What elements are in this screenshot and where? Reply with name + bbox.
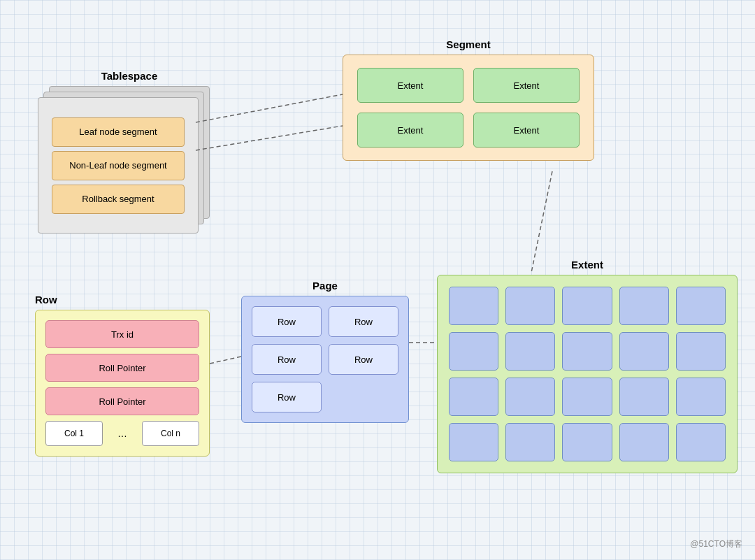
col-n: Col n [142,421,199,446]
page-cell-11 [449,378,498,416]
page-area: Page Row Row Row Row Row [241,280,409,423]
tablespace-title: Tablespace [35,70,224,82]
page-cell-3 [562,287,612,325]
page-cell-15 [676,378,726,416]
row-box: Trx id Roll Pointer Roll Pointer Col 1 …… [35,310,210,457]
page-cell-18 [562,423,612,461]
page-row-4: Row [252,382,322,412]
row-title: Row [35,294,210,306]
page-row-3: Row [329,344,398,375]
page-box: Row Row Row Row Row [241,296,409,423]
watermark: @51CTO博客 [690,538,742,550]
row-trx-id: Trx id [45,320,199,348]
page-cell-14 [619,378,669,416]
page-cell-9 [619,332,669,371]
leaf-node-segment: Leaf node segment [52,117,185,147]
page-cell-12 [505,378,555,416]
segment-title: Segment [343,38,594,50]
page-cell-20 [676,423,726,461]
stack-front: Leaf node segment Non-Leaf node segment … [38,97,199,234]
page-cell-8 [562,332,612,371]
row-roll-pointer-2: Roll Pointer [45,387,199,415]
page-title: Page [241,280,409,292]
page-row-2: Row [252,344,322,375]
page-cell-4 [619,287,669,325]
page-row-0: Row [252,306,322,337]
tablespace-stack: Leaf node segment Non-Leaf node segment … [35,86,203,240]
col-1: Col 1 [45,421,103,446]
segment-area: Segment Extent Extent Extent Extent [343,38,594,161]
row-area: Row Trx id Roll Pointer Roll Pointer Col… [35,294,210,457]
page-cell-2 [505,287,555,325]
diagram-container: Tablespace Leaf node segment Non-Leaf no… [0,0,755,560]
extent-area: Extent [437,259,738,473]
rollback-segment: Rollback segment [52,185,185,214]
segment-box: Extent Extent Extent Extent [343,55,594,161]
page-cell-16 [449,423,498,461]
extent-title: Extent [437,259,738,271]
row-columns: Col 1 … Col n [45,421,199,446]
extent-box [437,275,738,473]
svg-line-4 [210,357,241,364]
page-cell-1 [449,287,498,325]
non-leaf-node-segment: Non-Leaf node segment [52,151,185,180]
extent-item-0: Extent [357,68,463,103]
col-dots: … [108,428,136,439]
extent-item-1: Extent [473,68,580,103]
page-cell-13 [562,378,612,416]
page-cell-19 [619,423,669,461]
page-cell-6 [449,332,498,371]
extent-item-2: Extent [357,113,463,148]
page-row-1: Row [329,306,398,337]
page-cell-10 [676,332,726,371]
svg-line-2 [531,171,552,273]
page-cell-5 [676,287,726,325]
extent-item-3: Extent [473,113,580,148]
page-cell-17 [505,423,555,461]
tablespace-area: Tablespace Leaf node segment Non-Leaf no… [35,70,224,240]
page-cell-7 [505,332,555,371]
row-roll-pointer-1: Roll Pointer [45,354,199,382]
